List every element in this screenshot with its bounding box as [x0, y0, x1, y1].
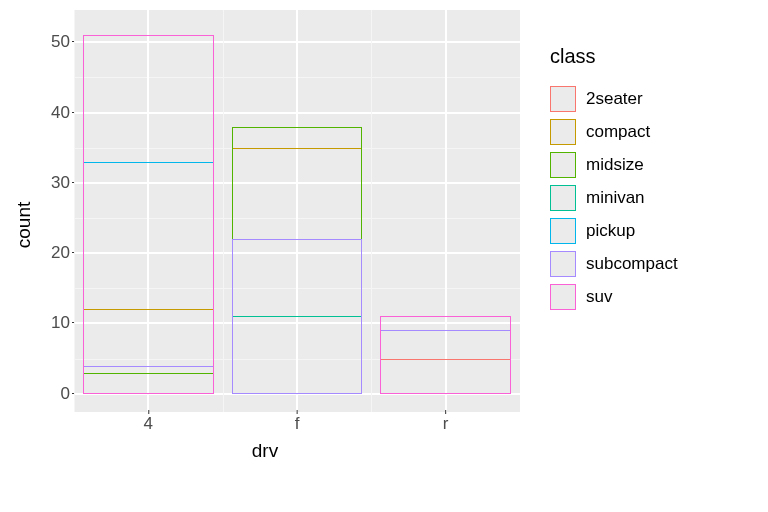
legend-item-minivan: minivan [550, 185, 678, 211]
legend-key-icon [550, 119, 576, 145]
legend-item-pickup: pickup [550, 218, 678, 244]
legend-label: suv [586, 287, 612, 307]
legend-label: midsize [586, 155, 644, 175]
legend-item-suv: suv [550, 284, 678, 310]
legend-item-subcompact: subcompact [550, 251, 678, 277]
bar-subcompact [232, 239, 363, 394]
legend-label: minivan [586, 188, 645, 208]
legend-item-midsize: midsize [550, 152, 678, 178]
grid-line-minor [371, 10, 372, 412]
legend-label: 2seater [586, 89, 643, 109]
legend-label: compact [586, 122, 650, 142]
y-tick: 50 [51, 32, 70, 52]
bar-suv [380, 316, 511, 393]
legend-key-icon [550, 185, 576, 211]
x-tick: f [295, 414, 300, 434]
y-tick: 30 [51, 173, 70, 193]
x-tick: 4 [144, 414, 153, 434]
x-axis: 4fr [74, 412, 520, 440]
legend-key-icon [550, 251, 576, 277]
y-axis-label: count [10, 10, 38, 440]
y-axis: 01020304050 [38, 10, 74, 412]
y-tick: 40 [51, 103, 70, 123]
plot-panel [74, 10, 520, 412]
grid-line-minor [223, 10, 224, 412]
legend-label: pickup [586, 221, 635, 241]
legend-key-icon [550, 218, 576, 244]
legend-label: subcompact [586, 254, 678, 274]
legend-key-icon [550, 86, 576, 112]
legend-item-2seater: 2seater [550, 86, 678, 112]
y-tick: 10 [51, 313, 70, 333]
x-tick: r [443, 414, 449, 434]
y-tick: 0 [61, 384, 70, 404]
legend-item-compact: compact [550, 119, 678, 145]
bar-suv [83, 35, 214, 393]
legend: class 2seatercompactmidsizeminivanpickup… [520, 10, 678, 502]
legend-key-icon [550, 152, 576, 178]
x-axis-label: drv [10, 440, 520, 466]
y-tick: 20 [51, 243, 70, 263]
legend-key-icon [550, 284, 576, 310]
grid-line-minor [74, 10, 75, 412]
legend-title: class [550, 45, 678, 68]
